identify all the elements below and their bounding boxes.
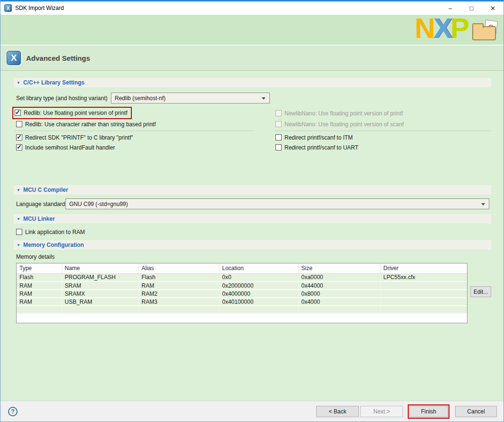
chevron-down-icon	[262, 97, 266, 100]
section-title: MCU Linker	[23, 216, 55, 222]
cell: USB_RAM	[62, 298, 138, 306]
column-header: Location	[219, 263, 298, 273]
window-title: SDK Import Wizard	[15, 5, 64, 11]
table-row[interactable]: Flash PROGRAM_FLASH Flash 0x0 0xa0000 LP…	[17, 273, 467, 281]
cell	[219, 306, 298, 314]
section-title: Memory Configuration	[23, 242, 84, 248]
chevron-down-icon	[481, 203, 485, 206]
cell: RAM3	[138, 298, 219, 306]
cell: 0x0	[219, 273, 298, 281]
app-icon: X	[4, 4, 12, 12]
checkbox-redlib-float-printf[interactable]: Redlib: Use floating point version of pr…	[15, 109, 128, 117]
cell: RAM2	[138, 290, 219, 298]
folder-icon: C	[472, 20, 498, 40]
divider	[14, 131, 253, 131]
checkbox-redirect-sdk-printf[interactable]: Redirect SDK "PRINTF" to C library "prin…	[16, 133, 133, 141]
table-header-row: Type Name Alias Location Size Driver	[17, 263, 467, 273]
nxp-letter-p: P	[450, 13, 467, 44]
checkbox-icon[interactable]	[275, 134, 282, 141]
column-header: Name	[62, 263, 138, 273]
checkbox-icon	[275, 121, 282, 127]
sdk-import-wizard-window: X SDK Import Wizard – □ ✕ NXP C X Advanc…	[0, 0, 504, 422]
checkbox-newlibnano-float-scanf: NewlibNano: Use floating point version o…	[275, 120, 403, 128]
checkbox-icon[interactable]	[16, 229, 22, 235]
checkbox-label: NewlibNano: Use floating point version o…	[284, 110, 403, 117]
cell: RAM	[17, 298, 62, 306]
cell: RAM	[138, 281, 219, 290]
checkbox-icon[interactable]	[275, 144, 282, 150]
checkbox-link-to-ram[interactable]: Link application to RAM	[16, 228, 85, 236]
back-button[interactable]: < Back	[316, 406, 359, 417]
nxp-letter-n: N	[415, 13, 433, 44]
collapse-arrow-icon	[17, 79, 23, 86]
section-linker-header[interactable]: MCU Linker	[14, 214, 491, 224]
page-title: Advanced Settings	[26, 54, 90, 62]
cell: 0x4000000	[219, 290, 298, 298]
section-title: C/C++ Library Settings	[23, 79, 84, 86]
edit-button[interactable]: Edit...	[470, 286, 491, 297]
checkbox-icon	[275, 110, 282, 116]
column-header: Size	[298, 263, 380, 273]
nxp-logo: NXP	[415, 13, 467, 44]
checkbox-redlib-char-printf[interactable]: Redlib: Use character rather than string…	[16, 120, 156, 128]
table-row[interactable]: RAM USB_RAM RAM3 0x40100000 0x4000	[17, 298, 467, 306]
cell	[17, 306, 62, 314]
language-standard-select[interactable]: GNU C99 (-std=gnu99)	[65, 198, 489, 209]
checkbox-label: NewlibNano: Use floating point version o…	[284, 121, 403, 128]
memory-table[interactable]: Type Name Alias Location Size Driver Fla…	[16, 263, 467, 323]
table-row[interactable]: RAM SRAM RAM 0x20000000 0x44000	[17, 281, 467, 290]
cell	[138, 306, 219, 314]
section-library-settings-header[interactable]: C/C++ Library Settings	[14, 78, 491, 87]
checkbox-label: Redirect SDK "PRINTF" to C library "prin…	[25, 134, 133, 141]
mcuxpresso-x-icon: X	[7, 51, 21, 65]
cell: SRAMX	[62, 290, 138, 298]
cell: RAM	[17, 290, 62, 298]
cell	[298, 306, 380, 314]
annotation-highlight-box: Finish	[408, 404, 449, 419]
cell: PROGRAM_FLASH	[62, 273, 138, 281]
help-button[interactable]: ?	[8, 407, 18, 416]
nxp-letter-x: X	[433, 13, 450, 44]
brand-banner: NXP C	[0, 15, 504, 45]
table-row[interactable]: RAM SRAMX RAM2 0x4000000 0x8000	[17, 290, 467, 298]
page-heading: X Advanced Settings	[0, 45, 504, 71]
checkbox-icon[interactable]	[16, 144, 22, 150]
checkbox-label: Include semihost HardFault handler	[25, 144, 115, 151]
cell: 0x20000000	[219, 281, 298, 290]
collapse-arrow-icon	[17, 187, 23, 193]
cell: SRAM	[62, 281, 138, 290]
cell: 0x40100000	[219, 298, 298, 306]
cell: Flash	[138, 273, 219, 281]
section-memory-header[interactable]: Memory Configuration	[14, 240, 491, 250]
section-compiler-header[interactable]: MCU C Compiler	[14, 185, 491, 195]
cell: RAM	[17, 281, 62, 290]
cell: 0x4000	[298, 298, 380, 306]
cell	[380, 298, 467, 306]
column-header: Driver	[380, 263, 467, 273]
cell	[380, 306, 467, 314]
checkbox-redirect-itm[interactable]: Redirect printf/scanf to ITM	[275, 133, 353, 141]
finish-button[interactable]: Finish	[409, 406, 448, 417]
cell: LPC55xx.cfx	[380, 273, 467, 281]
language-standard-label: Language standard	[16, 201, 65, 207]
checkbox-icon[interactable]	[15, 110, 21, 116]
cancel-button[interactable]: Cancel	[455, 406, 497, 417]
checkbox-semihost-hardfault[interactable]: Include semihost HardFault handler	[16, 143, 115, 151]
divider	[275, 131, 491, 131]
checkbox-icon[interactable]	[16, 121, 22, 127]
cell	[62, 306, 138, 314]
close-button[interactable]: ✕	[482, 1, 504, 15]
cell: Flash	[17, 273, 62, 281]
checkbox-icon[interactable]	[16, 134, 22, 141]
library-type-select[interactable]: Redlib (semihost-nf)	[111, 93, 270, 103]
checkbox-label: Redirect printf/scanf to ITM	[284, 134, 353, 141]
checkbox-redirect-uart[interactable]: Redirect printf/scanf to UART	[275, 143, 358, 151]
annotation-highlight-box: Redlib: Use floating point version of pr…	[12, 107, 132, 119]
collapse-arrow-icon	[17, 216, 23, 222]
memory-details-label: Memory details	[16, 253, 55, 260]
next-button[interactable]: Next >	[360, 406, 403, 417]
folder-body	[472, 26, 496, 40]
selected-value: GNU C99 (-std=gnu99)	[69, 201, 128, 207]
cell	[380, 281, 467, 290]
checkbox-label: Redlib: Use character rather than string…	[25, 121, 156, 128]
